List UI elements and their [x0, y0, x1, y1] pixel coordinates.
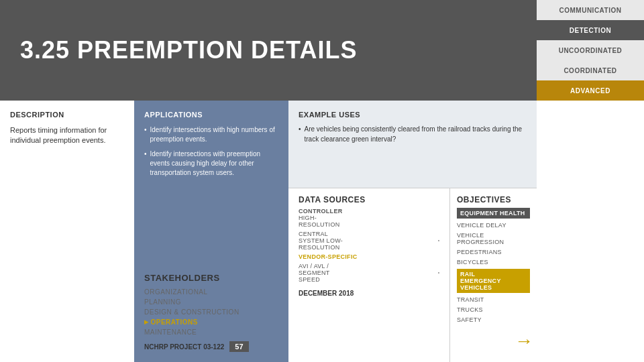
obj-vehicle-progression: VEHICLEPROGRESSION — [457, 232, 530, 245]
ds-controller-label: CONTROLLER — [299, 208, 343, 215]
sidebar-labels: COMMUNICATION DETECTION UNCOORDINATED CO… — [537, 0, 644, 101]
bottom-section: DATA SOURCES CONTROLLER HIGH-RESOLUTION … — [288, 188, 537, 362]
app-bullet-1: Identify intersections with high numbers… — [144, 125, 278, 144]
sidebar-uncoordinated: UNCOORDINATED — [537, 40, 644, 60]
app-bullet-2: Identify intersections with preemption e… — [144, 149, 278, 178]
data-sources-header: DATA SOURCES — [299, 195, 439, 204]
obj-trucks: TRUCKS — [457, 306, 530, 313]
nchrp-label: NCHRP PROJECT 03-122 — [144, 343, 224, 351]
obj-equipment-health: EQUIPMENT HEALTH — [457, 208, 530, 219]
next-arrow[interactable]: → — [515, 330, 533, 352]
obj-vehicle-delay: VEHICLE DELAY — [457, 222, 530, 229]
ds-central-dot — [438, 240, 439, 241]
sidebar-advanced: ADVANCED — [537, 80, 644, 101]
description-column: DESCRIPTION Reports timing information f… — [0, 101, 134, 362]
stakeholder-operations: OPERATIONS — [144, 318, 278, 326]
description-header: DESCRIPTION — [10, 111, 124, 119]
obj-safety: SAFETY — [457, 316, 530, 323]
ds-central-label: CENTRALSYSTEM LOW-RESOLUTION — [299, 231, 343, 251]
right-section: EXAMPLE USES Are vehicles being consiste… — [288, 101, 537, 362]
data-source-controller: CONTROLLER HIGH-RESOLUTION — [299, 208, 439, 228]
data-source-vendor: VENDOR-SPECIFIC — [299, 253, 439, 260]
stakeholder-maintenance: MAINTENANCE — [144, 328, 278, 336]
example-uses-header: EXAMPLE USES — [299, 111, 527, 119]
data-source-avi: AVI / AVL /SEGMENTSPEED — [299, 263, 439, 283]
ds-avi-dot — [438, 272, 439, 274]
nchrp-number: 57 — [229, 341, 248, 352]
sidebar-communication: COMMUNICATION — [537, 0, 644, 20]
example-uses-area: EXAMPLE USES Are vehicles being consiste… — [288, 101, 537, 188]
obj-pedestrians: PEDESTRIANS — [457, 249, 530, 255]
stakeholder-organizational: ORGANIZATIONAL — [144, 288, 278, 296]
stakeholders-section: STAKEHOLDERS ORGANIZATIONAL PLANNING DES… — [144, 266, 278, 352]
applications-header: APPLICATIONS — [144, 111, 278, 119]
ds-controller-sub: HIGH-RESOLUTION — [299, 215, 343, 228]
stakeholder-design: DESIGN & CONSTRUCTION — [144, 308, 278, 316]
example-bullet-1: Are vehicles being consistently cleared … — [299, 124, 527, 144]
stakeholders-header: STAKEHOLDERS — [144, 273, 278, 283]
page-title: 3.25 PREEMPTION DETAILS — [20, 36, 357, 64]
nchrp-row: NCHRP PROJECT 03-122 57 — [144, 341, 278, 352]
stakeholder-planning: PLANNING — [144, 298, 278, 306]
main-content: DESCRIPTION Reports timing information f… — [0, 101, 537, 362]
obj-transit: TRANSIT — [457, 296, 530, 303]
ds-avi-label: AVI / AVL /SEGMENTSPEED — [299, 263, 330, 283]
sidebar-detection: DETECTION — [537, 20, 644, 40]
objectives-header: OBJECTIVES — [457, 195, 530, 204]
obj-bicycles: BICYCLES — [457, 259, 530, 265]
applications-column: APPLICATIONS Identify intersections with… — [134, 101, 288, 362]
obj-rail-emergency: RAILEMERGENCYVEHICLES — [457, 269, 530, 293]
sidebar-coordinated: COORDINATED — [537, 60, 644, 80]
data-sources-column: DATA SOURCES CONTROLLER HIGH-RESOLUTION … — [288, 188, 449, 362]
nchrp-date: DECEMBER 2018 — [299, 290, 439, 297]
title-area: 3.25 PREEMPTION DETAILS — [0, 0, 537, 101]
data-source-central: CENTRALSYSTEM LOW-RESOLUTION — [299, 231, 439, 251]
description-text: Reports timing information for individua… — [10, 125, 124, 146]
ds-vendor-label: VENDOR-SPECIFIC — [299, 253, 358, 260]
